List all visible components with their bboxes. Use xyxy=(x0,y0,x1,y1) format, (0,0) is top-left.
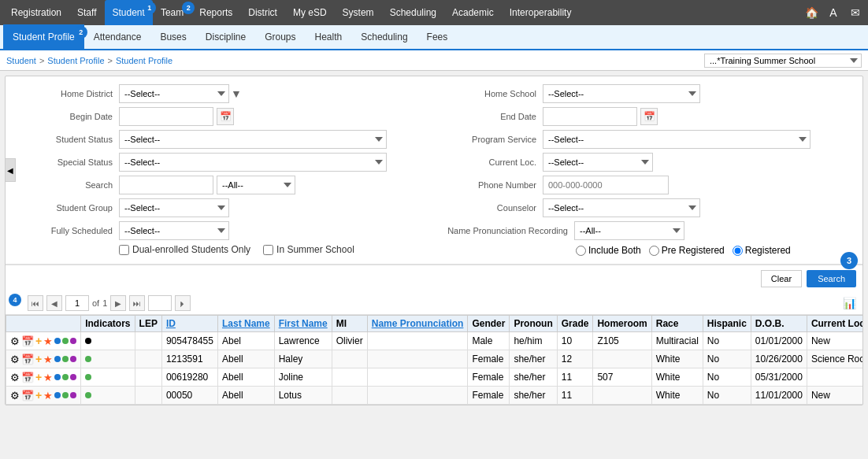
subnav-discipline[interactable]: Discipline xyxy=(196,24,255,50)
th-first-name[interactable]: First Name xyxy=(274,316,332,332)
row-firstName-cell: Lotus xyxy=(274,387,332,405)
clear-button[interactable]: Clear xyxy=(761,270,802,287)
collapse-button[interactable]: ◀ xyxy=(5,158,16,182)
table-row: ⚙ 📅 + ★ 905478455AbelLawrenceOlivierMale… xyxy=(6,332,863,350)
radio-pre-registered[interactable]: Pre Registered xyxy=(649,245,725,256)
filter-row-search: Search --All-- xyxy=(18,176,426,194)
row-plus-icon[interactable]: + xyxy=(35,335,42,347)
program-service-label: Program Service xyxy=(442,135,536,144)
prev-page-button[interactable]: ◀ xyxy=(46,295,62,311)
row-calendar-icon[interactable]: 📅 xyxy=(21,335,34,347)
student-status-select[interactable]: --Select-- xyxy=(119,130,387,149)
nav-reports[interactable]: Reports xyxy=(191,0,240,25)
row-hispanic-cell: No xyxy=(703,368,751,387)
nav-staff[interactable]: Staff xyxy=(69,0,104,25)
row-homeroom-cell: 507 xyxy=(593,368,651,387)
dual-enrolled-checkbox-label[interactable]: Dual-enrolled Students Only xyxy=(119,244,250,255)
filter-row-current-loc: Current Loc. --Select-- xyxy=(442,153,850,172)
font-size-icon[interactable]: A xyxy=(824,3,843,22)
row-star-icon[interactable]: ★ xyxy=(43,335,53,347)
radio-pre-registered-input[interactable] xyxy=(649,246,659,256)
next-page-button[interactable]: ▶ xyxy=(110,295,126,311)
in-summer-school-checkbox[interactable] xyxy=(263,245,273,255)
nav-district[interactable]: District xyxy=(240,0,285,25)
nav-student[interactable]: Student 1 xyxy=(105,0,153,25)
row-indicators-cell xyxy=(81,332,135,350)
page-input[interactable]: 1 xyxy=(65,295,89,311)
subnav-groups[interactable]: Groups xyxy=(255,24,305,50)
breadcrumb-student[interactable]: Student xyxy=(6,56,36,65)
nav-interoperability[interactable]: Interoperability xyxy=(502,0,580,25)
nav-scheduling[interactable]: Scheduling xyxy=(382,0,444,25)
row-calendar-icon[interactable]: 📅 xyxy=(21,372,34,383)
nav-myesd[interactable]: My eSD xyxy=(285,0,335,25)
search-input[interactable] xyxy=(119,176,213,194)
th-name-pronunciation[interactable]: Name Pronunciation xyxy=(367,316,468,332)
counselor-select[interactable]: --Select-- xyxy=(543,198,700,217)
subnav-health[interactable]: Health xyxy=(306,24,352,50)
th-mi: MI xyxy=(332,316,367,332)
begin-date-input[interactable] xyxy=(119,107,213,126)
go-button[interactable]: ⏵ xyxy=(175,295,191,311)
excel-export-icon[interactable]: 📊 xyxy=(843,297,856,309)
breadcrumb-student-profile-1[interactable]: Student Profile xyxy=(47,56,104,65)
end-date-input[interactable] xyxy=(543,107,637,126)
row-settings-icon[interactable]: ⚙ xyxy=(10,372,20,383)
name-pronunciation-select[interactable]: --All-- xyxy=(574,221,684,240)
program-service-select[interactable]: --Select-- xyxy=(543,130,811,149)
row-settings-icon[interactable]: ⚙ xyxy=(10,390,20,402)
radio-registered[interactable]: Registered xyxy=(733,245,791,256)
row-plus-icon[interactable]: + xyxy=(35,389,42,402)
breadcrumb-student-profile-2: Student Profile xyxy=(116,56,172,65)
home-school-select[interactable]: --Select-- xyxy=(543,84,700,103)
row-dob-cell: 01/01/2000 xyxy=(751,332,807,350)
jump-page-input[interactable] xyxy=(148,295,172,311)
school-select[interactable]: ...*Training Summer School xyxy=(704,54,862,68)
phone-number-input[interactable] xyxy=(543,176,669,194)
nav-team[interactable]: Team 2 xyxy=(153,0,191,25)
student-group-select[interactable]: --Select-- xyxy=(119,198,229,217)
in-summer-school-checkbox-label[interactable]: In Summer School xyxy=(263,244,354,255)
subnav-buses[interactable]: Buses xyxy=(150,24,195,50)
th-id[interactable]: ID xyxy=(161,316,217,332)
row-lastName-cell: Abell xyxy=(217,350,274,368)
first-page-button[interactable]: ⏮ xyxy=(28,295,43,311)
filter-row-name-pronunciation: Name Pronunciation Recording --All-- xyxy=(442,221,850,240)
begin-date-calendar-icon[interactable]: 📅 xyxy=(217,108,234,125)
search-button[interactable]: Search xyxy=(807,270,856,287)
subnav-scheduling[interactable]: Scheduling xyxy=(351,24,417,50)
row-star-icon[interactable]: ★ xyxy=(43,390,53,402)
row-star-icon[interactable]: ★ xyxy=(43,372,53,383)
last-page-button[interactable]: ⏭ xyxy=(129,295,145,311)
row-grade-cell: 10 xyxy=(557,332,593,350)
home-district-select[interactable]: --Select-- xyxy=(119,84,229,103)
current-loc-select[interactable]: --Select-- xyxy=(543,153,653,172)
nav-system[interactable]: System xyxy=(335,0,382,25)
row-plus-icon[interactable]: + xyxy=(35,353,42,365)
row-calendar-icon[interactable]: 📅 xyxy=(21,354,34,365)
row-dot-green xyxy=(62,338,69,344)
fully-scheduled-select[interactable]: --Select-- xyxy=(119,221,229,240)
subnav-student-profile[interactable]: Student Profile 2 xyxy=(3,24,84,50)
pagination-bar: 4 ⏮ ◀ 1 of 1 ▶ ⏭ ⏵ 📊 xyxy=(6,292,862,315)
home-icon[interactable]: 🏠 xyxy=(802,3,821,22)
radio-include-both-input[interactable] xyxy=(576,246,586,256)
mail-icon[interactable]: ✉ xyxy=(846,3,865,22)
special-status-select[interactable]: --Select-- xyxy=(119,153,387,172)
row-calendar-icon[interactable]: 📅 xyxy=(21,390,34,402)
indicator-dot xyxy=(85,374,91,380)
dual-enrolled-checkbox[interactable] xyxy=(119,245,129,255)
th-last-name[interactable]: Last Name xyxy=(217,316,274,332)
nav-academic[interactable]: Academic xyxy=(444,0,502,25)
radio-registered-input[interactable] xyxy=(733,246,743,256)
nav-registration[interactable]: Registration xyxy=(3,0,69,25)
row-plus-icon[interactable]: + xyxy=(35,371,42,383)
row-settings-icon[interactable]: ⚙ xyxy=(10,354,20,365)
row-settings-icon[interactable]: ⚙ xyxy=(10,335,20,347)
row-star-icon[interactable]: ★ xyxy=(43,354,53,365)
end-date-calendar-icon[interactable]: 📅 xyxy=(640,108,658,125)
search-all-select[interactable]: --All-- xyxy=(217,176,295,194)
subnav-attendance[interactable]: Attendance xyxy=(84,24,151,50)
radio-include-both[interactable]: Include Both xyxy=(576,245,641,256)
subnav-fees[interactable]: Fees xyxy=(417,24,458,50)
